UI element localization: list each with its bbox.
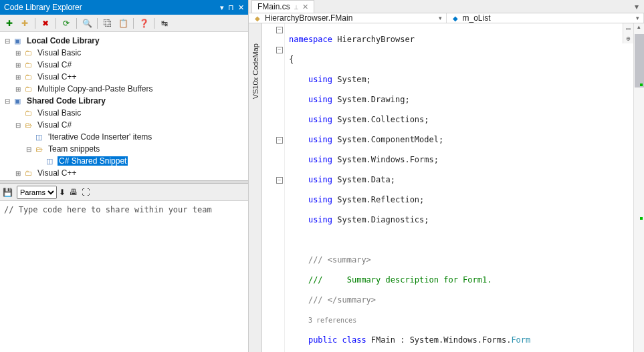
expander-icon[interactable]: ⊟ — [3, 98, 12, 105]
document-tab[interactable]: FMain.cs ⟂ ✕ — [251, 0, 314, 13]
expand-button[interactable]: ⛶ — [82, 188, 90, 197]
tree-item[interactable]: ⊞ 🗀 Multiple Copy-and-Paste Buffers — [1, 83, 247, 95]
copy-button[interactable]: ⿻ — [101, 17, 114, 30]
snippet-toolbar: 💾 Params ⬇ 🖶 ⛶ — [0, 184, 248, 201]
library-icon: ▣ — [12, 36, 23, 45]
editor-area: VS10x CodeMap − − − − namespace Hierarch… — [249, 23, 644, 352]
folder-icon: 🗀 — [23, 72, 33, 81]
scroll-marker — [640, 83, 643, 86]
document-tab-strip: FMain.cs ⟂ ✕ ▾ — [249, 0, 644, 13]
tree-label: Visual C++ — [36, 168, 78, 178]
codemap-label: VS10x CodeMap — [251, 43, 259, 99]
expander-icon[interactable]: ⊟ — [13, 122, 23, 129]
expander-icon[interactable]: ⊟ — [3, 37, 12, 45]
tree-label: Shared Code Library — [25, 96, 107, 106]
print-button[interactable]: 🖶 — [70, 188, 78, 197]
tree-item[interactable]: ⊟ 🗁 Visual C# — [1, 119, 247, 131]
chevron-down-icon: ▾ — [636, 15, 639, 21]
params-dropdown[interactable]: Params — [17, 186, 57, 199]
tree-item[interactable]: ◫ 'Iterative Code Inserter' items — [1, 131, 247, 143]
tree-label: Visual C# — [36, 60, 73, 69]
expander-icon[interactable]: ⊞ — [13, 61, 23, 69]
tree-label: 'Iterative Code Inserter' items — [47, 132, 153, 142]
code-library-explorer-panel: Code Library Explorer ▾ ⊓ ✕ ✚ ✚ ✖ ⟳ 🔍 ⿻ … — [0, 0, 249, 352]
nav-type-label: HierarchyBrowser.FMain — [265, 13, 352, 23]
expander-icon[interactable]: ⊞ — [13, 85, 23, 93]
nav-member-label: m_oList — [463, 13, 491, 23]
editor-gutter: − − − − — [262, 23, 285, 352]
fold-icon[interactable]: − — [276, 47, 283, 53]
editor-panel: FMain.cs ⟂ ✕ ▾ ◆ HierarchyBrowser.FMain … — [249, 0, 644, 352]
expander-icon[interactable]: ⊞ — [13, 49, 23, 57]
panel-toolbar: ✚ ✚ ✖ ⟳ 🔍 ⿻ 📋 ❓ ↹ — [0, 15, 248, 32]
snippet-icon: ◫ — [44, 156, 55, 166]
expander-icon[interactable]: ⊞ — [13, 170, 23, 177]
tree-label: Visual Basic — [36, 48, 82, 57]
snippet-text-area[interactable]: // Type code here to share within your t… — [0, 201, 248, 352]
tree-root-local[interactable]: ⊟ ▣ Local Code Library — [1, 35, 247, 47]
arrow-down-icon[interactable]: ⬇ — [59, 188, 66, 197]
field-icon: ◆ — [451, 13, 460, 23]
add-item-button[interactable]: ✚ — [3, 17, 16, 30]
tree-item[interactable]: ⊞ 🗀 Visual Basic — [1, 47, 247, 59]
collapse-button[interactable]: ↹ — [158, 17, 171, 30]
tree-item[interactable]: ⊞ 🗀 Visual C++ — [1, 167, 247, 179]
tree-item-selected[interactable]: ◫ C# Shared Snippet — [1, 155, 247, 167]
tree-item[interactable]: ⊞ 🗀 Visual C++ — [1, 71, 247, 83]
scroll-up-icon[interactable]: ▴ — [634, 23, 644, 34]
vertical-scrollbar[interactable]: ▴ ▾ — [633, 23, 644, 352]
paste-button[interactable]: 📋 — [116, 17, 130, 30]
close-icon[interactable]: ✕ — [238, 3, 244, 12]
tree-item[interactable]: ⊞ 🗀 Visual C# — [1, 59, 247, 71]
pin-icon[interactable]: ⟂ — [294, 3, 298, 11]
tree-label: Local Code Library — [25, 36, 101, 45]
tree-label: Visual C# — [36, 120, 73, 130]
fold-icon[interactable]: − — [276, 27, 283, 33]
code-editor[interactable]: namespace HierarchyBrowser { using Syste… — [285, 23, 633, 352]
refresh-button[interactable]: ⟳ — [60, 17, 73, 30]
type-dropdown[interactable]: ◆ HierarchyBrowser.FMain ▾ — [249, 13, 447, 23]
folder-icon: 🗀 — [23, 60, 33, 69]
overflow-icon[interactable]: ▾ — [632, 2, 641, 11]
tree-label: Visual C++ — [36, 72, 78, 81]
codemap-tab[interactable]: VS10x CodeMap — [249, 23, 262, 352]
folder-icon: 🗀 — [23, 168, 33, 178]
add-folder-button[interactable]: ✚ — [18, 17, 31, 30]
fold-icon[interactable]: − — [276, 137, 283, 144]
pin-icon[interactable]: ⊓ — [228, 3, 234, 12]
class-icon: ◆ — [253, 13, 262, 23]
separator — [97, 18, 98, 29]
save-button[interactable]: 💾 — [3, 188, 13, 197]
separator — [56, 18, 56, 29]
separator — [35, 18, 35, 29]
tab-label: FMain.cs — [257, 2, 290, 11]
tree-item[interactable]: ⊟ 🗁 Team snippets — [1, 143, 247, 155]
tree-root-shared[interactable]: ⊟ ▣ Shared Code Library — [1, 95, 247, 107]
tree-label: Multiple Copy-and-Paste Buffers — [36, 84, 154, 94]
expander-icon[interactable]: ⊟ — [24, 146, 33, 153]
tree-item[interactable]: 🗀 Visual Basic — [1, 107, 247, 119]
close-icon[interactable]: ✕ — [302, 3, 308, 11]
panel-titlebar: Code Library Explorer ▾ ⊓ ✕ — [0, 0, 248, 15]
expand-icon[interactable]: ⊕ — [623, 33, 633, 43]
dropdown-icon[interactable]: ▾ — [220, 3, 224, 12]
separator — [76, 18, 77, 29]
folder-open-icon: 🗁 — [33, 144, 44, 154]
tree-label: Team snippets — [47, 144, 101, 154]
split-icon[interactable]: ▭ — [623, 23, 633, 33]
snippet-icon: ◫ — [33, 132, 44, 142]
scroll-marker — [640, 217, 643, 220]
tree-label: C# Shared Snippet — [58, 156, 128, 166]
tree-label: Visual Basic — [36, 108, 82, 118]
fold-icon[interactable]: − — [276, 177, 283, 184]
folder-icon: 🗀 — [23, 84, 33, 94]
scrollbar-thumb[interactable] — [635, 34, 644, 87]
search-button[interactable]: 🔍 — [80, 17, 94, 30]
help-button[interactable]: ❓ — [137, 17, 150, 30]
member-dropdown[interactable]: ◆ m_oList ▾ — [447, 13, 645, 23]
delete-button[interactable]: ✖ — [39, 17, 52, 30]
expander-icon[interactable]: ⊞ — [13, 73, 23, 81]
library-tree[interactable]: ⊟ ▣ Local Code Library ⊞ 🗀 Visual Basic … — [0, 32, 248, 180]
separator — [154, 18, 154, 29]
separator — [133, 18, 134, 29]
